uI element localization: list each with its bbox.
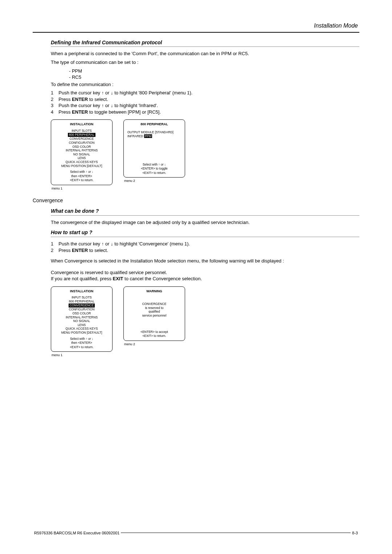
- menu-item: CONFIGURATION: [53, 307, 111, 311]
- page-header: Installation Mode: [33, 22, 359, 30]
- section1-bullet-1: - RC5: [69, 74, 359, 81]
- menu-item: QUICK ACCESS KEYS: [53, 327, 111, 331]
- section2-steps: 1 Push the cursor key or to highlight 'C…: [51, 241, 359, 253]
- warning-line: service personnel: [125, 314, 183, 318]
- installation-menu-box-2: INSTALLATION INPUT SLOTS 800 PERIPHERAL …: [51, 286, 113, 352]
- section1-p2: The type of communication can be set to …: [51, 59, 359, 66]
- menu-caption: menu 1: [52, 186, 62, 191]
- arrow-up-icon: [102, 90, 104, 95]
- page-footer: R5976336 BARCOSLM R6 Executive 06092001 …: [33, 533, 359, 536]
- section2-step-1: 1 Push the cursor key or to highlight 'C…: [51, 241, 359, 247]
- step-text: Press ENTER to select.: [58, 247, 108, 254]
- step-text: Push the cursor key or to highlight 'Con…: [58, 241, 190, 247]
- menu-footer: <ENTER> to toggle: [124, 167, 185, 171]
- menu-item: CONVERGENCE: [53, 137, 111, 141]
- menu-item: CONFIGURATION: [53, 141, 111, 145]
- menu-footer: then <ENTER>: [53, 341, 111, 345]
- menu-item: OSD COLOR: [53, 145, 111, 149]
- step-num: 2: [51, 247, 53, 254]
- menu-item: QUICK ACCESS KEYS: [53, 160, 111, 164]
- section1-p1: When a peripheral is connected to the 'C…: [51, 50, 359, 57]
- section1-title: Defining the Infrared Communication prot…: [51, 39, 359, 46]
- section1-bullet-0: - PPM: [69, 68, 359, 74]
- menu-item: INPUT SLOTS: [53, 129, 111, 133]
- step-text: Push the cursor key or to highlight '800…: [58, 90, 192, 96]
- menu-item: NO SIGNAL: [53, 319, 111, 323]
- menu-footer: Select with ↑ or ↓: [53, 170, 111, 174]
- footer-right: 8-3: [351, 530, 359, 536]
- sub1-rule: [51, 215, 359, 216]
- step-text: Push the cursor key or to highlight 'Inf…: [58, 102, 158, 109]
- section1-step-3: 3 Push the cursor key or to highlight 'I…: [51, 102, 359, 109]
- menu-item: INTERNAL PATTERNS: [53, 148, 111, 152]
- menu-item: LENS: [53, 323, 111, 327]
- section1-p3: To define the communication :: [51, 81, 359, 88]
- step-num: 4: [51, 109, 53, 115]
- menu-footer: Select with ↑ or ↓: [53, 337, 111, 341]
- menu-item: INTERNAL PATTERNS: [53, 315, 111, 319]
- sub1-title: What can be done ?: [51, 208, 359, 215]
- header-rule: [33, 32, 359, 33]
- menu-item: 800 PERIPHERAL: [53, 300, 111, 304]
- menu-item: INPUT SLOTS: [53, 296, 111, 300]
- menu-footer: <EXIT> to return.: [53, 178, 111, 182]
- peripheral-line-2: INFRARED PPM: [125, 134, 183, 138]
- warning-line: CONVERGENCE: [125, 302, 183, 306]
- menu-footer: <EXIT> to return.: [124, 171, 185, 175]
- menu-item-highlight: CONVERGENCE: [69, 304, 95, 307]
- menu-item-highlight: 800 PERIPHERAL: [68, 133, 95, 137]
- section1-step-4: 4 Press ENTER to toggle between [PPM] or…: [51, 109, 359, 115]
- convergence-heading: Convergence: [33, 197, 359, 204]
- menu-footer: <EXIT> to return.: [53, 345, 111, 349]
- step-num: 2: [51, 96, 53, 103]
- installation-menu-box: INSTALLATION INPUT SLOTS 800 PERIPHERAL …: [51, 119, 113, 185]
- section1-steps: 1 Push the cursor key or to highlight '8…: [51, 90, 359, 115]
- menu-title: INSTALLATION: [53, 122, 111, 126]
- menu-caption: menu 2: [124, 342, 135, 346]
- warning-line: qualified: [125, 310, 183, 314]
- step-num: 3: [51, 102, 53, 109]
- warning-menu-box: WARNING CONVERGENCE is reserved to quali…: [123, 286, 185, 341]
- menu-title: WARNING: [125, 289, 183, 293]
- menu-item: NO SIGNAL: [53, 152, 111, 156]
- warning-line: is reserved to: [125, 306, 183, 310]
- section2-menu-row: INSTALLATION INPUT SLOTS 800 PERIPHERAL …: [51, 286, 359, 357]
- menu-title: INSTALLATION: [53, 289, 111, 293]
- peripheral-menu-box: 800 PERIPHERAL OUTPUT MODULE [STANDARD] …: [123, 119, 185, 178]
- menu-item: OSD COLOR: [53, 311, 111, 315]
- section1-step-1: 1 Push the cursor key or to highlight '8…: [51, 90, 359, 96]
- menu-footer: then <ENTER>: [53, 174, 111, 178]
- menu-footer: <ENTER> to accept: [124, 330, 185, 334]
- sub2-title: How to start up ?: [51, 229, 359, 236]
- section2-step-2: 2 Press ENTER to select.: [51, 247, 359, 254]
- step-num: 1: [51, 90, 53, 96]
- menu-caption: menu 2: [124, 179, 135, 183]
- sub1-p: The convergence of the displayed image c…: [51, 219, 359, 226]
- peripheral-line-1: OUTPUT MODULE [STANDARD]: [125, 130, 183, 134]
- footer-left: R5976336 BARCOSLM R6 Executive 06092001: [33, 530, 121, 536]
- step-text: Press ENTER to select.: [58, 96, 108, 103]
- section1-rule: [51, 46, 359, 47]
- menu-item: MENU POSITION [DEFAULT]: [53, 331, 111, 335]
- section2-warn2: If you are not qualified, press EXIT to …: [51, 276, 359, 282]
- menu-item: LENS: [53, 156, 111, 160]
- menu-footer: Select with ↑ or ↓: [124, 163, 185, 167]
- section1-menu-row: INSTALLATION INPUT SLOTS 800 PERIPHERAL …: [51, 119, 359, 190]
- section1-step-2: 2 Press ENTER to select.: [51, 96, 359, 103]
- section2-p-after: When Convergence is selected in the Inst…: [51, 258, 359, 264]
- menu-caption: menu 1: [52, 353, 62, 357]
- step-text: Press ENTER to toggle between [PPM] or […: [58, 109, 161, 115]
- arrow-up-icon: [102, 241, 104, 247]
- arrow-up-icon: [102, 103, 104, 108]
- section2-warn1: Convergence is reserved to qualified ser…: [51, 269, 359, 276]
- menu-title: 800 PERIPHERAL: [125, 122, 183, 126]
- menu-footer: <EXIT> to return.: [124, 334, 185, 338]
- step-num: 1: [51, 241, 53, 247]
- menu-item: MENU POSITION [DEFAULT]: [53, 164, 111, 168]
- sub2-rule: [51, 237, 359, 237]
